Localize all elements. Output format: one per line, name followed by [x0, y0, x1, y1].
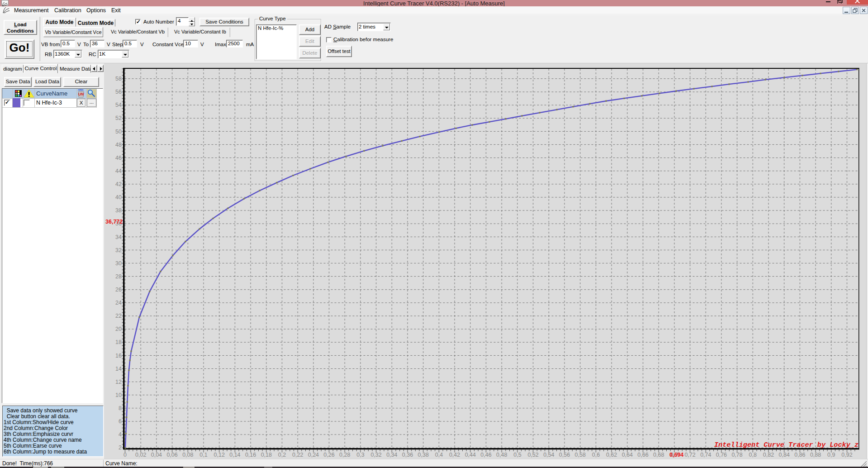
svg-text:0,26: 0,26: [323, 452, 334, 458]
svg-text:0,24: 0,24: [308, 452, 319, 458]
svg-text:0,694: 0,694: [669, 452, 683, 458]
svg-text:UN: UN: [78, 92, 84, 96]
svg-text:0,44: 0,44: [465, 452, 476, 458]
svg-text:0,66: 0,66: [637, 452, 648, 458]
svg-text:0,86: 0,86: [794, 452, 805, 458]
svg-text:48: 48: [115, 142, 122, 148]
svg-text:0,14: 0,14: [229, 452, 240, 458]
svg-text:0,74: 0,74: [700, 452, 711, 458]
svg-text:16: 16: [115, 353, 122, 359]
svg-text:0,34: 0,34: [386, 452, 397, 458]
svg-text:42: 42: [115, 181, 122, 187]
svg-text:10: 10: [115, 392, 122, 398]
svg-text:Intelligent Curve Tracer by Lo: Intelligent Curve Tracer by Locky_z: [714, 441, 859, 449]
svg-text:36,772: 36,772: [105, 219, 123, 225]
svg-text:0,32: 0,32: [370, 452, 381, 458]
svg-text:0,36: 0,36: [402, 452, 413, 458]
svg-text:0,84: 0,84: [779, 452, 790, 458]
svg-text:0,56: 0,56: [559, 452, 570, 458]
svg-text:0,8: 0,8: [749, 452, 757, 458]
svg-text:0,3: 0,3: [356, 452, 364, 458]
svg-text:50: 50: [115, 129, 122, 135]
svg-text:38: 38: [115, 207, 122, 214]
svg-text:0,12: 0,12: [214, 452, 225, 458]
svg-text:40: 40: [115, 194, 122, 201]
svg-text:0,06: 0,06: [166, 452, 177, 458]
svg-text:56: 56: [115, 89, 122, 95]
svg-text:22: 22: [115, 313, 122, 319]
svg-text:0,28: 0,28: [339, 452, 350, 458]
svg-text:4: 4: [119, 431, 122, 438]
svg-text:0,6: 0,6: [592, 452, 600, 458]
svg-text:0,58: 0,58: [575, 452, 586, 458]
svg-text:0,04: 0,04: [151, 452, 162, 458]
svg-text:24: 24: [115, 300, 122, 306]
svg-text:32: 32: [115, 247, 122, 253]
svg-text:0,16: 0,16: [245, 452, 256, 458]
svg-text:0,88: 0,88: [810, 452, 821, 458]
svg-text:0,46: 0,46: [480, 452, 491, 458]
svg-text:54: 54: [115, 102, 122, 108]
svg-text:46: 46: [115, 155, 122, 161]
svg-text:58: 58: [115, 76, 122, 82]
svg-text:0,02: 0,02: [135, 452, 146, 458]
svg-text:8: 8: [119, 405, 122, 411]
svg-text:0,92: 0,92: [841, 452, 852, 458]
svg-text:0,72: 0,72: [684, 452, 695, 458]
svg-text:0,9: 0,9: [827, 452, 835, 458]
svg-text:0,78: 0,78: [731, 452, 742, 458]
svg-text:0,54: 0,54: [543, 452, 554, 458]
svg-text:18: 18: [115, 339, 122, 345]
svg-text:2: 2: [119, 444, 122, 451]
svg-text:34: 34: [115, 234, 122, 240]
svg-text:0,1: 0,1: [199, 452, 207, 458]
svg-text:0,82: 0,82: [763, 452, 774, 458]
svg-text:28: 28: [115, 273, 122, 280]
svg-text:0,62: 0,62: [606, 452, 617, 458]
svg-text:30: 30: [115, 260, 122, 267]
svg-text:0,68: 0,68: [653, 452, 664, 458]
svg-text:0,48: 0,48: [496, 452, 507, 458]
svg-text:0,08: 0,08: [182, 452, 193, 458]
svg-text:44: 44: [115, 168, 122, 174]
svg-text:0,52: 0,52: [527, 452, 538, 458]
svg-text:0,42: 0,42: [449, 452, 460, 458]
svg-text:52: 52: [115, 115, 122, 121]
svg-text:20: 20: [115, 326, 122, 332]
svg-text:26: 26: [115, 287, 122, 293]
svg-text:0,38: 0,38: [418, 452, 429, 458]
svg-text:14: 14: [115, 366, 122, 372]
svg-text:0,64: 0,64: [622, 452, 633, 458]
svg-text:0: 0: [123, 452, 127, 458]
svg-text:0,5: 0,5: [513, 452, 521, 458]
svg-text:0,18: 0,18: [261, 452, 272, 458]
svg-text:0,76: 0,76: [716, 452, 727, 458]
svg-text:0,22: 0,22: [292, 452, 303, 458]
svg-text:6: 6: [119, 418, 122, 425]
svg-text:12: 12: [115, 379, 122, 385]
svg-text:0,2: 0,2: [278, 452, 286, 458]
svg-text:0,4: 0,4: [435, 452, 443, 458]
